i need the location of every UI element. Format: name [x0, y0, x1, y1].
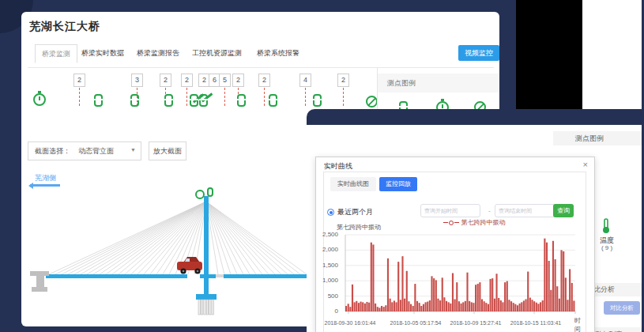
y-tick: 2,500 — [314, 231, 338, 238]
screen: 芜湖长江大桥 桥梁监测 桥梁实时数据 桥梁监测报告 工控机资源监测 桥梁系统报警… — [0, 0, 644, 332]
temperature-count: ( 9 ) — [591, 244, 623, 251]
y-tick: 0 — [314, 307, 338, 315]
tab-ipc-resource[interactable]: 工控机资源监测 — [192, 48, 242, 58]
sensor-count-badge: 2 — [337, 74, 349, 87]
bridge-deck — [200, 274, 216, 278]
tab-realtime-curve[interactable]: 实时曲线图 — [330, 177, 376, 191]
video-monitor-button[interactable]: 视频监控 — [458, 45, 499, 61]
chart-legend[interactable]: 第七跨跨中振动 — [419, 218, 529, 227]
tower-gauge-icon — [196, 191, 204, 198]
bridge-elevation-drawing — [21, 186, 308, 326]
back-legend-header: 测点图例 — [553, 131, 642, 145]
legend-text: 第七跨跨中振动 — [461, 218, 506, 227]
thermometer-icon[interactable] — [601, 218, 612, 234]
left-pier — [30, 271, 49, 292]
bridge-deck — [46, 274, 187, 278]
y-tick: 2,000 — [314, 246, 338, 253]
tab-monitor-playback[interactable]: 监控回放 — [379, 177, 417, 191]
chain-sensor-icon[interactable] — [237, 94, 246, 107]
chain-sensor-icon[interactable] — [190, 94, 198, 107]
chain-sensor-icon[interactable] — [199, 94, 208, 107]
realtime-curve-dialog: 实时曲线 × 实时曲线图 监控回放 最近两个月 - 查询 第七跨跨中振动 — [315, 157, 595, 332]
legend-marker — [443, 222, 448, 224]
chain-sensor-icon[interactable] — [164, 94, 173, 107]
popup-browser-window: 测点图例 温度 ( 9 ) 对比分析 对比分析 测点列表 实时曲线 × 实时曲线… — [307, 109, 642, 332]
sensor-count-badge: 2 — [232, 74, 244, 87]
close-icon[interactable]: × — [583, 160, 588, 169]
sensor-drop-line — [343, 88, 344, 106]
legend-panel-header: 测点图例 — [378, 74, 499, 92]
tab-monitor-report[interactable]: 桥梁监测报告 — [137, 48, 179, 58]
query-button[interactable]: 查询 — [553, 204, 574, 217]
chevron-down-icon[interactable]: ▼ — [130, 147, 136, 153]
direction-label: 芜湖侧 — [35, 173, 56, 183]
tabbar-divider — [28, 67, 494, 68]
section-select-group: 截面选择： 动态背立面 ▼ — [28, 141, 141, 160]
sensor-drop-line — [264, 88, 265, 106]
dialog-title: 实时曲线 — [324, 161, 352, 172]
sensor-count-badge: 2 — [160, 74, 171, 87]
sensor-drop-line — [79, 88, 80, 106]
deck-joint — [216, 274, 224, 277]
popup-window-titlebar[interactable] — [307, 109, 642, 125]
sensor-count-badge: 3 — [131, 74, 143, 87]
x-tick: 2018-10-15 11:03:41 — [500, 320, 571, 326]
y-tick: 1,000 — [314, 277, 338, 284]
y-tick: 500 — [314, 292, 338, 300]
enlarge-section-button[interactable]: 放大截面 — [149, 141, 186, 160]
white-region — [582, 0, 642, 109]
sensor-count-badge: 2 — [258, 74, 270, 87]
page-title: 芜湖长江大桥 — [29, 20, 100, 34]
black-region — [516, 0, 582, 109]
clock-sensor-icon[interactable] — [33, 93, 46, 106]
tab-bridge-monitoring[interactable]: 桥梁监测 — [35, 44, 77, 63]
tab-system-alarm[interactable]: 桥梁系统报警 — [257, 48, 299, 58]
chain-sensor-icon[interactable] — [94, 94, 103, 107]
legend-marker — [454, 222, 459, 224]
last-two-months-radio[interactable] — [327, 209, 334, 216]
disabled-sensor-icon[interactable] — [366, 96, 378, 108]
vibration-chart — [328, 228, 589, 332]
sensor-drop-line — [224, 88, 225, 106]
section-select-label: 截面选择： — [35, 146, 70, 157]
tower-piles — [198, 300, 213, 315]
x-tick: 2018-09-30 16:01:44 — [314, 320, 386, 326]
tab-realtime-data[interactable]: 桥梁实时数据 — [81, 48, 124, 58]
legend-marker-circle — [449, 221, 454, 225]
chart-gridlines — [345, 235, 575, 314]
popup-window-content: 测点图例 温度 ( 9 ) 对比分析 对比分析 测点列表 实时曲线 × 实时曲线… — [307, 125, 642, 332]
x-axis-label: 时间 — [574, 316, 586, 332]
y-tick: 1,500 — [314, 262, 338, 269]
sensor-count-badge: 2 — [73, 74, 85, 87]
sensor-drop-line — [305, 88, 306, 106]
range-separator: - — [488, 207, 491, 214]
bridge-deck — [224, 274, 308, 278]
sensor-count-badge: 5 — [219, 74, 231, 87]
chain-sensor-icon[interactable] — [130, 94, 139, 107]
car — [177, 257, 202, 274]
section-select[interactable]: 动态背立面 — [78, 146, 114, 157]
bridge-tower — [204, 196, 209, 294]
compare-analysis-button[interactable]: 对比分析 — [604, 301, 640, 315]
end-time-input[interactable] — [495, 204, 556, 217]
sensor-count-badge: 4 — [299, 74, 311, 87]
chain-sensor-icon[interactable] — [313, 94, 322, 107]
last-two-months-label: 最近两个月 — [337, 207, 373, 217]
chain-sensor-icon[interactable] — [269, 94, 277, 107]
sensor-count-badge: 2 — [181, 74, 193, 87]
chart-series — [345, 239, 574, 311]
tower-chain-icon — [208, 188, 213, 196]
dialog-body: 实时曲线图 监控回放 最近两个月 - 查询 第七跨跨中振动 第七跨跨中振动 — [323, 172, 586, 332]
start-time-input[interactable] — [420, 204, 480, 217]
sensor-drop-line — [186, 88, 187, 106]
tower-footing — [196, 294, 217, 300]
